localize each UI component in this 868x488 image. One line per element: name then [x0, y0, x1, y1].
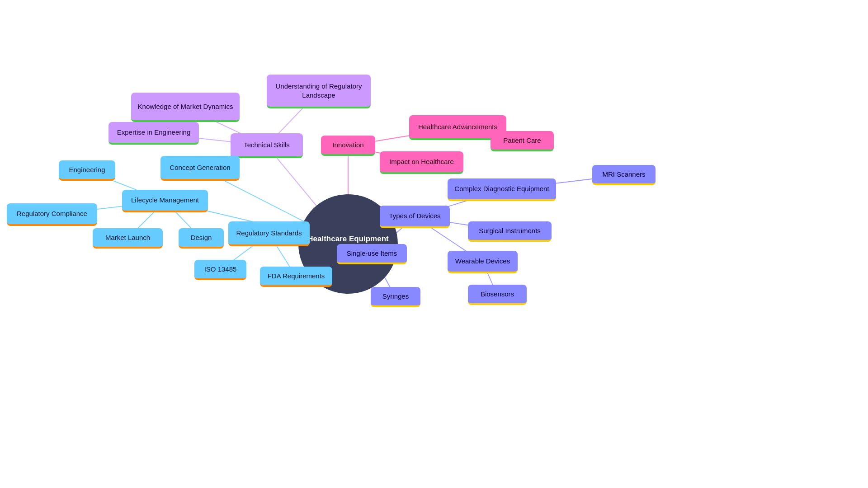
biosensors-node: Biosensors	[468, 285, 527, 305]
regulatory-compliance-node: Regulatory Compliance	[7, 203, 97, 226]
innovation-node: Innovation	[321, 136, 375, 156]
market-launch-node: Market Launch	[93, 228, 163, 249]
wearable-devices-node: Wearable Devices	[448, 251, 518, 273]
regulatory-standards-node: Regulatory Standards	[228, 221, 310, 246]
expertise-engineering-node: Expertise in Engineering	[108, 122, 199, 145]
concept-generation-node: Concept Generation	[160, 156, 240, 181]
iso-13485-node: ISO 13485	[194, 260, 246, 280]
types-of-devices-node: Types of Devices	[380, 206, 450, 228]
lifecycle-management-node: Lifecycle Management	[122, 190, 208, 212]
fda-requirements-node: FDA Requirements	[260, 267, 332, 287]
complex-diagnostic-node: Complex Diagnostic Equipment	[448, 178, 556, 201]
mri-scanners-node: MRI Scanners	[592, 165, 656, 185]
mindmap-container: Healthcare Equipment OEMsTechnical Skill…	[0, 0, 868, 488]
engineering-node: Engineering	[59, 160, 115, 181]
impact-healthcare-node: Impact on Healthcare	[380, 151, 463, 174]
surgical-instruments-node: Surgical Instruments	[468, 221, 552, 242]
single-use-items-node: Single-use Items	[337, 244, 407, 264]
patient-care-node: Patient Care	[491, 131, 554, 151]
understanding-regulatory-node: Understanding of Regulatory Landscape	[267, 75, 371, 108]
syringes-node: Syringes	[371, 287, 420, 307]
design-node: Design	[179, 228, 224, 249]
technical-skills-node: Technical Skills	[231, 133, 303, 158]
knowledge-market-node: Knowledge of Market Dynamics	[131, 93, 240, 122]
